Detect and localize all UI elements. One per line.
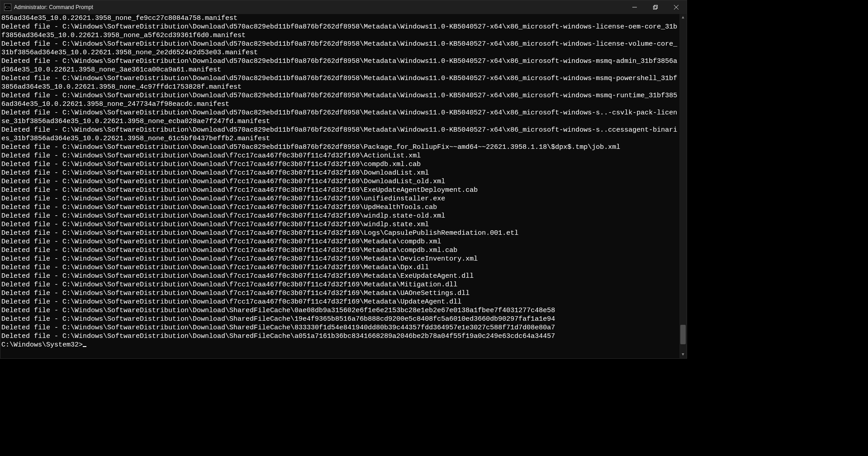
output-line: Deleted file - C:\Windows\SoftwareDistri… [1,23,678,40]
minimize-icon [632,5,637,10]
titlebar[interactable]: C:\ Administrator: Command Prompt [0,0,687,14]
cmd-icon: C:\ [4,4,11,11]
output-line: Deleted file - C:\Windows\SoftwareDistri… [1,195,678,203]
output-line: Deleted file - C:\Windows\SoftwareDistri… [1,126,678,143]
maximize-button[interactable] [645,0,666,14]
output-line: Deleted file - C:\Windows\SoftwareDistri… [1,177,678,186]
cursor [83,341,86,347]
output-line: Deleted file - C:\Windows\SoftwareDistri… [1,255,678,263]
output-line: Deleted file - C:\Windows\SoftwareDistri… [1,229,678,238]
output-line: Deleted file - C:\Windows\SoftwareDistri… [1,289,678,298]
command-prompt-window: C:\ Administrator: Command Prompt 856ad3… [0,0,687,359]
output-line: Deleted file - C:\Windows\SoftwareDistri… [1,212,678,220]
scroll-up-arrow-icon[interactable]: ▲ [679,14,687,21]
svg-rect-4 [655,5,658,9]
output-line: Deleted file - C:\Windows\SoftwareDistri… [1,220,678,229]
output-line: Deleted file - C:\Windows\SoftwareDistri… [1,160,678,169]
output-line: 856ad364e35_10.0.22621.3958_none_fe9cc27… [1,14,678,23]
output-line: Deleted file - C:\Windows\SoftwareDistri… [1,315,678,323]
output-line: Deleted file - C:\Windows\SoftwareDistri… [1,91,678,109]
output-line: Deleted file - C:\Windows\SoftwareDistri… [1,57,678,74]
scroll-down-arrow-icon[interactable]: ▼ [679,351,687,358]
scrollbar-track[interactable] [679,21,687,351]
output-line: Deleted file - C:\Windows\SoftwareDistri… [1,323,678,332]
maximize-icon [653,5,658,10]
output-line: Deleted file - C:\Windows\SoftwareDistri… [1,186,678,195]
output-line: Deleted file - C:\Windows\SoftwareDistri… [1,272,678,280]
output-line: Deleted file - C:\Windows\SoftwareDistri… [1,306,678,315]
output-line: Deleted file - C:\Windows\SoftwareDistri… [1,143,678,152]
terminal-output[interactable]: 856ad364e35_10.0.22621.3958_none_fe9cc27… [0,14,679,358]
output-line: Deleted file - C:\Windows\SoftwareDistri… [1,169,678,177]
close-icon [674,5,678,10]
prompt-text: C:\Windows\System32> [1,341,83,349]
svg-text:C:\: C:\ [5,5,10,10]
output-line: Deleted file - C:\Windows\SoftwareDistri… [1,280,678,289]
minimize-button[interactable] [624,0,645,14]
output-line: Deleted file - C:\Windows\SoftwareDistri… [1,40,678,57]
output-line: Deleted file - C:\Windows\SoftwareDistri… [1,203,678,212]
window-title: Administrator: Command Prompt [14,4,93,10]
output-line: Deleted file - C:\Windows\SoftwareDistri… [1,74,678,91]
scrollbar-thumb[interactable] [680,325,686,345]
output-line: Deleted file - C:\Windows\SoftwareDistri… [1,332,678,341]
svg-rect-3 [654,6,657,10]
close-button[interactable] [666,0,687,14]
output-line: Deleted file - C:\Windows\SoftwareDistri… [1,238,678,246]
prompt-line[interactable]: C:\Windows\System32> [1,341,678,349]
output-line: Deleted file - C:\Windows\SoftwareDistri… [1,152,678,160]
output-line: Deleted file - C:\Windows\SoftwareDistri… [1,298,678,306]
output-line: Deleted file - C:\Windows\SoftwareDistri… [1,246,678,255]
vertical-scrollbar[interactable]: ▲ ▼ [679,14,687,358]
output-line: Deleted file - C:\Windows\SoftwareDistri… [1,263,678,272]
terminal-body: 856ad364e35_10.0.22621.3958_none_fe9cc27… [0,14,687,358]
output-line: Deleted file - C:\Windows\SoftwareDistri… [1,109,678,126]
